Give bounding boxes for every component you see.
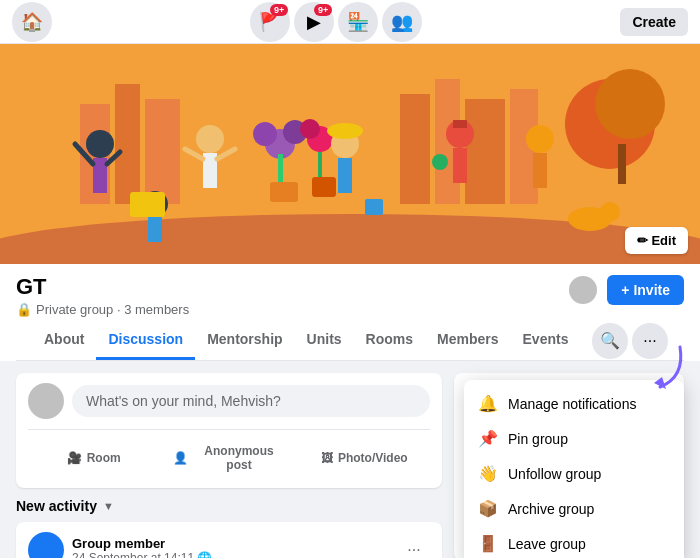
cover-image: ✏ Edit [0,44,700,264]
room-label: Room [87,451,121,465]
svg-rect-38 [533,153,547,188]
archive-icon: 📦 [478,499,498,518]
archive-group-item[interactable]: 📦 Archive group [464,491,684,526]
post-user-avatar [28,383,64,419]
post-actions: 🎥 Room 👤 Anonymous post 🖼 Photo/Video [28,429,430,478]
new-activity-row: New activity ▼ [16,498,442,514]
feed-meta: Group member 24 September at 14:11 🌐 [72,536,390,559]
leave-icon: 🚪 [478,534,498,553]
pin-group-label: Pin group [508,431,568,447]
svg-rect-20 [312,177,336,197]
tab-mentorship[interactable]: Mentorship [195,321,294,360]
tab-members[interactable]: Members [425,321,510,360]
svg-rect-36 [453,120,467,128]
tabs-row: About Discussion Mentorship Units Rooms … [16,321,684,361]
group-actions: + Invite [567,274,684,306]
store-button[interactable]: 🏪 [338,2,378,42]
room-button[interactable]: 🎥 Room [28,445,159,471]
tab-rooms[interactable]: Rooms [354,321,425,360]
feed-item: Group member 24 September at 14:11 🌐 ···… [16,522,442,558]
svg-point-33 [327,123,363,139]
feed-time-text: 24 September at 14:11 [72,551,194,559]
activity-chevron-icon: ▼ [103,500,114,512]
svg-point-17 [300,119,320,139]
bell-icon: 🔔 [478,394,498,413]
more-options-button[interactable]: ··· [632,323,668,359]
anonymous-label: Anonymous post [193,444,284,472]
group-title-row: GT 🔒 Private group · 3 members + Invite [16,274,684,317]
manage-notifications-label: Manage notifications [508,396,636,412]
edit-cover-button[interactable]: ✏ Edit [625,227,688,254]
create-button[interactable]: Create [620,8,688,36]
left-column: What's on your mind, Mehvish? 🎥 Room 👤 A… [16,373,442,558]
unfollow-icon: 👋 [478,464,498,483]
room-icon: 🎥 [67,451,82,465]
top-nav: 🏠 🚩 9+ ▶ 9+ 🏪 👥 Create [0,0,700,44]
leave-group-label: Leave group [508,536,586,552]
tabs-right: 🔍 ··· [592,323,668,359]
anonymous-icon: 👤 [173,451,188,465]
photo-icon: 🖼 [321,451,333,465]
pin-group-item[interactable]: 📌 Pin group [464,421,684,456]
svg-rect-6 [465,99,505,204]
svg-point-21 [86,130,114,158]
new-activity-label: New activity [16,498,97,514]
notifications-button[interactable]: 🚩 9+ [250,2,290,42]
svg-rect-2 [115,84,140,204]
feed-more-button[interactable]: ··· [398,534,430,558]
group-info-bar: GT 🔒 Private group · 3 members + Invite … [0,264,700,361]
svg-rect-19 [270,182,298,202]
group-meta-text: Private group · 3 members [36,302,189,317]
svg-point-43 [432,154,448,170]
svg-point-13 [253,122,277,146]
group-info-left: GT 🔒 Private group · 3 members [16,274,189,317]
svg-rect-11 [618,144,626,184]
anonymous-post-button[interactable]: 👤 Anonymous post [163,438,294,478]
videos-button[interactable]: ▶ 9+ [294,2,334,42]
tab-units[interactable]: Units [295,321,354,360]
nav-left: 🏠 [12,2,52,42]
tab-discussion[interactable]: Discussion [96,321,195,360]
notifications-badge: 9+ [270,4,288,16]
svg-rect-41 [365,199,383,215]
leave-group-item[interactable]: 🚪 Leave group [464,526,684,558]
manage-notifications-item[interactable]: 🔔 Manage notifications [464,386,684,421]
people-button[interactable]: 👥 [382,2,422,42]
tab-events[interactable]: Events [511,321,581,360]
post-input[interactable]: What's on your mind, Mehvish? [72,385,430,417]
svg-point-40 [600,202,620,222]
feed-author-avatar [28,532,64,558]
svg-rect-15 [278,154,283,184]
post-input-row: What's on your mind, Mehvish? [28,383,430,419]
home-button[interactable]: 🏠 [12,2,52,42]
feed-item-header: Group member 24 September at 14:11 🌐 ··· [28,532,430,558]
group-meta: 🔒 Private group · 3 members [16,302,189,317]
group-name: GT [16,274,189,300]
nav-icons: 🚩 9+ ▶ 9+ 🏪 👥 [250,2,422,42]
feed-time: 24 September at 14:11 🌐 [72,551,390,559]
post-box: What's on your mind, Mehvish? 🎥 Room 👤 A… [16,373,442,488]
invite-button[interactable]: + Invite [607,275,684,305]
svg-rect-42 [130,192,165,217]
unfollow-group-label: Unfollow group [508,466,601,482]
svg-point-10 [595,69,665,139]
archive-group-label: Archive group [508,501,594,517]
globe-icon: 🌐 [197,551,212,559]
pin-icon: 📌 [478,429,498,448]
svg-point-25 [196,125,224,153]
photo-video-button[interactable]: 🖼 Photo/Video [299,445,430,471]
svg-rect-30 [148,217,162,242]
svg-rect-35 [453,148,467,183]
svg-point-37 [526,125,554,153]
member-avatar [567,274,599,306]
dropdown-menu: 🔔 Manage notifications 📌 Pin group 👋 Unf… [464,380,684,558]
photo-label: Photo/Video [338,451,408,465]
lock-icon: 🔒 [16,302,32,317]
feed-author-name: Group member [72,536,390,551]
svg-rect-32 [338,158,352,193]
svg-rect-4 [400,94,430,204]
videos-badge: 9+ [314,4,332,16]
unfollow-group-item[interactable]: 👋 Unfollow group [464,456,684,491]
search-button[interactable]: 🔍 [592,323,628,359]
tab-about[interactable]: About [32,321,96,360]
